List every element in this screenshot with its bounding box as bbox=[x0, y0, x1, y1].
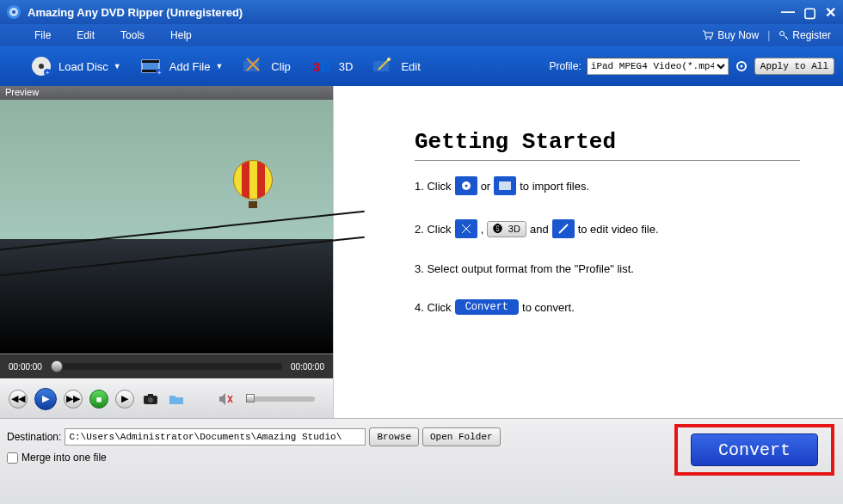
film-icon bbox=[494, 176, 516, 195]
cart-icon bbox=[702, 30, 714, 40]
svg-text:+: + bbox=[46, 69, 50, 77]
play-button[interactable]: ▶ bbox=[34, 388, 57, 410]
gear-icon bbox=[735, 59, 748, 73]
register-link[interactable]: Register bbox=[778, 29, 831, 41]
convert-button[interactable]: Convert bbox=[691, 433, 818, 466]
svg-point-3 bbox=[710, 38, 711, 40]
title-bar: Amazing Any DVD Ripper (Unregistered) — … bbox=[0, 0, 843, 24]
buy-now-link[interactable]: Buy Now bbox=[702, 29, 759, 41]
browse-button[interactable]: Browse bbox=[369, 427, 419, 446]
clip-button[interactable]: Clip bbox=[242, 54, 290, 78]
menu-file[interactable]: File bbox=[34, 29, 51, 41]
time-total: 00:00:00 bbox=[291, 362, 324, 372]
svg-point-25 bbox=[465, 185, 467, 187]
menu-tools[interactable]: Tools bbox=[120, 29, 145, 41]
disc-icon: + bbox=[29, 54, 53, 78]
preview-image bbox=[0, 100, 333, 354]
step-4: 4. Click Convert to convert. bbox=[415, 299, 800, 315]
svg-text:D: D bbox=[321, 59, 330, 74]
svg-point-2 bbox=[705, 38, 707, 40]
menu-bar: File Edit Tools Help Buy Now | Register bbox=[0, 24, 843, 46]
prev-button[interactable]: ◀◀ bbox=[9, 390, 28, 409]
wand-icon bbox=[372, 54, 396, 78]
scissors-icon bbox=[455, 219, 477, 238]
svg-point-20 bbox=[740, 65, 742, 68]
destination-label: Destination: bbox=[7, 431, 61, 443]
disc-icon bbox=[455, 176, 477, 195]
svg-rect-10 bbox=[142, 60, 159, 63]
svg-point-1 bbox=[12, 10, 15, 14]
chevron-down-icon: ▼ bbox=[114, 62, 121, 71]
svg-text:3: 3 bbox=[312, 59, 319, 74]
volume-slider[interactable] bbox=[246, 396, 315, 402]
chevron-down-icon: ▼ bbox=[215, 62, 223, 71]
film-icon: + bbox=[140, 54, 164, 78]
close-button[interactable]: ✕ bbox=[825, 4, 836, 21]
step-1: 1. Click or to import files. bbox=[415, 176, 800, 195]
player-controls: ◀◀ ▶ ▶▶ ■ ▶ bbox=[0, 378, 333, 418]
merge-label: Merge into one file bbox=[22, 452, 107, 464]
seek-track[interactable] bbox=[51, 363, 282, 370]
progress-bar[interactable]: 00:00:00 00:00:00 bbox=[0, 354, 333, 378]
svg-rect-26 bbox=[499, 181, 511, 190]
step-button[interactable]: ▶ bbox=[115, 390, 134, 409]
speaker-mute-icon bbox=[218, 392, 234, 406]
3d-icon: 3D bbox=[310, 54, 334, 78]
preview-label: Preview bbox=[0, 86, 333, 100]
edit-button[interactable]: Edit bbox=[372, 54, 420, 78]
convert-mini-button: Convert bbox=[455, 299, 519, 315]
svg-point-4 bbox=[780, 32, 785, 36]
settings-button[interactable] bbox=[734, 58, 749, 74]
mute-button[interactable] bbox=[217, 390, 236, 409]
seek-thumb[interactable] bbox=[51, 360, 63, 372]
folder-button[interactable] bbox=[167, 390, 186, 409]
snapshot-button[interactable] bbox=[141, 390, 160, 409]
minimize-button[interactable]: — bbox=[781, 4, 795, 21]
folder-icon bbox=[169, 393, 184, 405]
getting-started-panel: Getting Started 1. Click or to import fi… bbox=[334, 86, 843, 418]
getting-started-heading: Getting Started bbox=[415, 129, 800, 161]
add-file-button[interactable]: + Add File ▼ bbox=[140, 54, 224, 78]
destination-input[interactable] bbox=[65, 428, 366, 446]
step-2: 2. Click , 🅢 3D and to edit video file. bbox=[415, 219, 800, 238]
profile-select[interactable]: iPad MPEG4 Video(*.mp4) bbox=[587, 58, 729, 75]
svg-point-18 bbox=[387, 58, 391, 61]
next-button[interactable]: ▶▶ bbox=[64, 390, 83, 409]
app-icon bbox=[7, 5, 21, 19]
maximize-button[interactable]: ▢ bbox=[803, 4, 816, 21]
apply-to-all-button[interactable]: Apply to All bbox=[754, 58, 834, 75]
merge-checkbox[interactable] bbox=[7, 452, 18, 464]
open-folder-button[interactable]: Open Folder bbox=[422, 427, 501, 446]
step-3: 3. Select output format from the "Profil… bbox=[415, 262, 800, 275]
key-icon bbox=[778, 30, 789, 40]
volume-thumb[interactable] bbox=[246, 394, 255, 403]
menu-help[interactable]: Help bbox=[170, 29, 192, 41]
window-title: Amazing Any DVD Ripper (Unregistered) bbox=[28, 6, 781, 19]
profile-label: Profile: bbox=[549, 60, 581, 72]
svg-point-6 bbox=[39, 64, 44, 69]
time-elapsed: 00:00:00 bbox=[9, 362, 42, 372]
svg-point-22 bbox=[148, 397, 153, 403]
stop-button[interactable]: ■ bbox=[89, 390, 108, 409]
convert-highlight: Convert bbox=[674, 424, 834, 476]
separator: | bbox=[767, 29, 770, 41]
wand-icon bbox=[552, 219, 575, 238]
load-disc-button[interactable]: + Load Disc ▼ bbox=[29, 54, 121, 78]
scissors-icon bbox=[242, 54, 266, 78]
3d-button[interactable]: 3D 3D bbox=[310, 54, 354, 78]
menu-edit[interactable]: Edit bbox=[77, 29, 95, 41]
camera-icon bbox=[143, 393, 158, 405]
3d-mini-button: 🅢 3D bbox=[487, 221, 526, 237]
toolbar: + Load Disc ▼ + Add File ▼ Clip 3D 3D Ed… bbox=[0, 46, 843, 86]
svg-rect-23 bbox=[148, 394, 153, 396]
preview-pane: Preview 00:00:00 00:00:00 ◀◀ ▶ ▶▶ ■ ▶ bbox=[0, 86, 334, 418]
svg-text:+: + bbox=[157, 69, 161, 77]
bottom-bar: Destination: Browse Open Folder Merge in… bbox=[0, 418, 843, 504]
